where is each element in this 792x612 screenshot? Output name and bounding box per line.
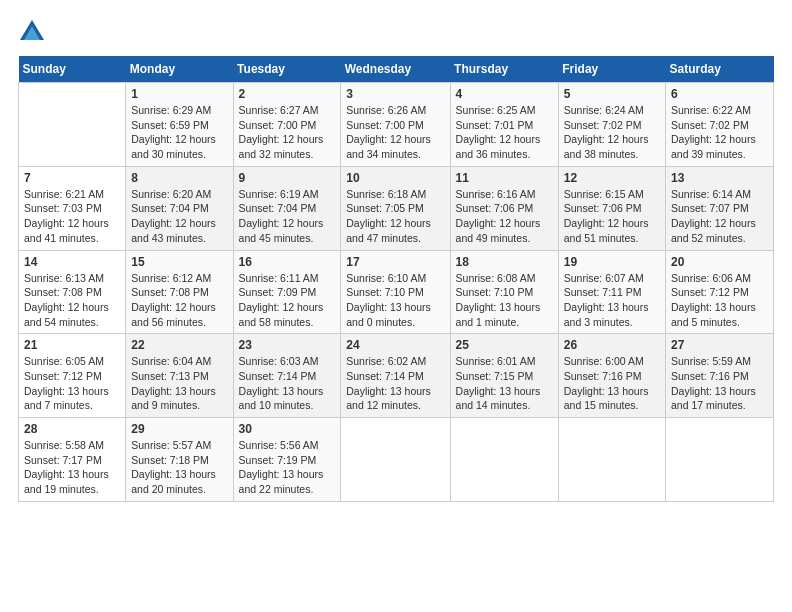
calendar-cell: 10Sunrise: 6:18 AMSunset: 7:05 PMDayligh… xyxy=(341,166,450,250)
day-number: 3 xyxy=(346,87,444,101)
header-cell-wednesday: Wednesday xyxy=(341,56,450,83)
header-cell-tuesday: Tuesday xyxy=(233,56,341,83)
day-number: 7 xyxy=(24,171,120,185)
calendar-week-row: 21Sunrise: 6:05 AMSunset: 7:12 PMDayligh… xyxy=(19,334,774,418)
calendar-cell: 23Sunrise: 6:03 AMSunset: 7:14 PMDayligh… xyxy=(233,334,341,418)
header-cell-sunday: Sunday xyxy=(19,56,126,83)
calendar-week-row: 28Sunrise: 5:58 AMSunset: 7:17 PMDayligh… xyxy=(19,418,774,502)
day-info: Sunrise: 6:25 AMSunset: 7:01 PMDaylight:… xyxy=(456,103,553,162)
calendar-cell: 4Sunrise: 6:25 AMSunset: 7:01 PMDaylight… xyxy=(450,83,558,167)
calendar-cell: 28Sunrise: 5:58 AMSunset: 7:17 PMDayligh… xyxy=(19,418,126,502)
day-number: 23 xyxy=(239,338,336,352)
day-info: Sunrise: 6:29 AMSunset: 6:59 PMDaylight:… xyxy=(131,103,227,162)
calendar-cell: 15Sunrise: 6:12 AMSunset: 7:08 PMDayligh… xyxy=(126,250,233,334)
header-cell-friday: Friday xyxy=(558,56,665,83)
header-cell-monday: Monday xyxy=(126,56,233,83)
day-number: 5 xyxy=(564,87,660,101)
day-number: 24 xyxy=(346,338,444,352)
day-number: 22 xyxy=(131,338,227,352)
day-info: Sunrise: 6:01 AMSunset: 7:15 PMDaylight:… xyxy=(456,354,553,413)
calendar-week-row: 1Sunrise: 6:29 AMSunset: 6:59 PMDaylight… xyxy=(19,83,774,167)
day-info: Sunrise: 6:19 AMSunset: 7:04 PMDaylight:… xyxy=(239,187,336,246)
day-info: Sunrise: 5:58 AMSunset: 7:17 PMDaylight:… xyxy=(24,438,120,497)
day-number: 4 xyxy=(456,87,553,101)
day-info: Sunrise: 6:10 AMSunset: 7:10 PMDaylight:… xyxy=(346,271,444,330)
day-number: 6 xyxy=(671,87,768,101)
calendar-cell: 27Sunrise: 5:59 AMSunset: 7:16 PMDayligh… xyxy=(666,334,774,418)
day-info: Sunrise: 6:03 AMSunset: 7:14 PMDaylight:… xyxy=(239,354,336,413)
calendar-cell: 26Sunrise: 6:00 AMSunset: 7:16 PMDayligh… xyxy=(558,334,665,418)
day-info: Sunrise: 6:20 AMSunset: 7:04 PMDaylight:… xyxy=(131,187,227,246)
calendar-cell: 8Sunrise: 6:20 AMSunset: 7:04 PMDaylight… xyxy=(126,166,233,250)
day-info: Sunrise: 6:22 AMSunset: 7:02 PMDaylight:… xyxy=(671,103,768,162)
day-number: 19 xyxy=(564,255,660,269)
day-info: Sunrise: 6:27 AMSunset: 7:00 PMDaylight:… xyxy=(239,103,336,162)
day-info: Sunrise: 6:11 AMSunset: 7:09 PMDaylight:… xyxy=(239,271,336,330)
day-info: Sunrise: 6:13 AMSunset: 7:08 PMDaylight:… xyxy=(24,271,120,330)
day-info: Sunrise: 5:56 AMSunset: 7:19 PMDaylight:… xyxy=(239,438,336,497)
day-info: Sunrise: 6:16 AMSunset: 7:06 PMDaylight:… xyxy=(456,187,553,246)
calendar-cell: 16Sunrise: 6:11 AMSunset: 7:09 PMDayligh… xyxy=(233,250,341,334)
calendar-cell xyxy=(341,418,450,502)
day-number: 30 xyxy=(239,422,336,436)
header-cell-saturday: Saturday xyxy=(666,56,774,83)
calendar-cell: 9Sunrise: 6:19 AMSunset: 7:04 PMDaylight… xyxy=(233,166,341,250)
calendar-cell: 20Sunrise: 6:06 AMSunset: 7:12 PMDayligh… xyxy=(666,250,774,334)
calendar-week-row: 7Sunrise: 6:21 AMSunset: 7:03 PMDaylight… xyxy=(19,166,774,250)
day-number: 11 xyxy=(456,171,553,185)
day-number: 8 xyxy=(131,171,227,185)
day-number: 18 xyxy=(456,255,553,269)
calendar-cell: 13Sunrise: 6:14 AMSunset: 7:07 PMDayligh… xyxy=(666,166,774,250)
day-number: 27 xyxy=(671,338,768,352)
calendar-cell xyxy=(558,418,665,502)
calendar-cell: 30Sunrise: 5:56 AMSunset: 7:19 PMDayligh… xyxy=(233,418,341,502)
day-number: 25 xyxy=(456,338,553,352)
day-info: Sunrise: 6:12 AMSunset: 7:08 PMDaylight:… xyxy=(131,271,227,330)
day-number: 12 xyxy=(564,171,660,185)
calendar-cell: 14Sunrise: 6:13 AMSunset: 7:08 PMDayligh… xyxy=(19,250,126,334)
day-number: 15 xyxy=(131,255,227,269)
day-info: Sunrise: 6:04 AMSunset: 7:13 PMDaylight:… xyxy=(131,354,227,413)
header-cell-thursday: Thursday xyxy=(450,56,558,83)
calendar-cell: 1Sunrise: 6:29 AMSunset: 6:59 PMDaylight… xyxy=(126,83,233,167)
header xyxy=(18,18,774,46)
day-info: Sunrise: 6:02 AMSunset: 7:14 PMDaylight:… xyxy=(346,354,444,413)
calendar-cell: 22Sunrise: 6:04 AMSunset: 7:13 PMDayligh… xyxy=(126,334,233,418)
calendar-cell: 24Sunrise: 6:02 AMSunset: 7:14 PMDayligh… xyxy=(341,334,450,418)
page: SundayMondayTuesdayWednesdayThursdayFrid… xyxy=(0,0,792,612)
day-info: Sunrise: 6:26 AMSunset: 7:00 PMDaylight:… xyxy=(346,103,444,162)
calendar-cell xyxy=(450,418,558,502)
day-info: Sunrise: 6:08 AMSunset: 7:10 PMDaylight:… xyxy=(456,271,553,330)
calendar-cell xyxy=(19,83,126,167)
calendar-cell: 5Sunrise: 6:24 AMSunset: 7:02 PMDaylight… xyxy=(558,83,665,167)
calendar-cell: 11Sunrise: 6:16 AMSunset: 7:06 PMDayligh… xyxy=(450,166,558,250)
day-info: Sunrise: 6:21 AMSunset: 7:03 PMDaylight:… xyxy=(24,187,120,246)
day-number: 13 xyxy=(671,171,768,185)
day-number: 14 xyxy=(24,255,120,269)
header-row: SundayMondayTuesdayWednesdayThursdayFrid… xyxy=(19,56,774,83)
day-number: 1 xyxy=(131,87,227,101)
day-number: 2 xyxy=(239,87,336,101)
day-number: 28 xyxy=(24,422,120,436)
calendar-cell: 21Sunrise: 6:05 AMSunset: 7:12 PMDayligh… xyxy=(19,334,126,418)
day-info: Sunrise: 5:59 AMSunset: 7:16 PMDaylight:… xyxy=(671,354,768,413)
calendar-cell: 25Sunrise: 6:01 AMSunset: 7:15 PMDayligh… xyxy=(450,334,558,418)
logo xyxy=(18,18,50,46)
calendar-cell: 6Sunrise: 6:22 AMSunset: 7:02 PMDaylight… xyxy=(666,83,774,167)
calendar-cell: 29Sunrise: 5:57 AMSunset: 7:18 PMDayligh… xyxy=(126,418,233,502)
calendar-cell: 17Sunrise: 6:10 AMSunset: 7:10 PMDayligh… xyxy=(341,250,450,334)
day-info: Sunrise: 5:57 AMSunset: 7:18 PMDaylight:… xyxy=(131,438,227,497)
calendar-cell: 18Sunrise: 6:08 AMSunset: 7:10 PMDayligh… xyxy=(450,250,558,334)
calendar-cell: 3Sunrise: 6:26 AMSunset: 7:00 PMDaylight… xyxy=(341,83,450,167)
day-info: Sunrise: 6:00 AMSunset: 7:16 PMDaylight:… xyxy=(564,354,660,413)
day-number: 20 xyxy=(671,255,768,269)
day-info: Sunrise: 6:14 AMSunset: 7:07 PMDaylight:… xyxy=(671,187,768,246)
calendar-cell: 7Sunrise: 6:21 AMSunset: 7:03 PMDaylight… xyxy=(19,166,126,250)
day-number: 29 xyxy=(131,422,227,436)
day-info: Sunrise: 6:06 AMSunset: 7:12 PMDaylight:… xyxy=(671,271,768,330)
calendar-week-row: 14Sunrise: 6:13 AMSunset: 7:08 PMDayligh… xyxy=(19,250,774,334)
calendar-table: SundayMondayTuesdayWednesdayThursdayFrid… xyxy=(18,56,774,502)
day-number: 21 xyxy=(24,338,120,352)
day-number: 10 xyxy=(346,171,444,185)
calendar-cell: 19Sunrise: 6:07 AMSunset: 7:11 PMDayligh… xyxy=(558,250,665,334)
